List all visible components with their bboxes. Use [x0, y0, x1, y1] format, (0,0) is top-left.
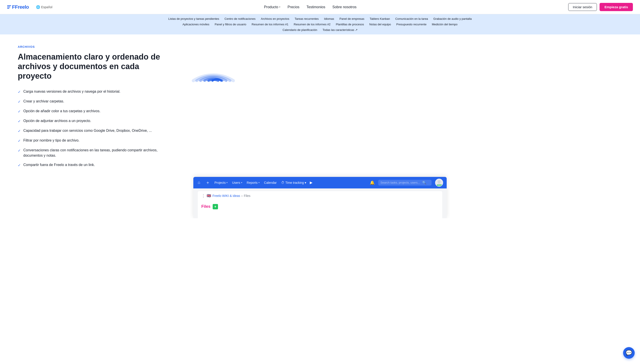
list-item: ✓ Crear y archivar carpetas. — [18, 99, 169, 104]
nav-testimonios[interactable]: Testimonios — [306, 5, 325, 9]
check-icon: ✓ — [18, 148, 21, 153]
add-button[interactable]: ＋ — [205, 179, 211, 186]
chevron-down-icon: ▾ — [305, 181, 306, 184]
feature-nav-item-8[interactable]: Comunicación en la tarea — [394, 16, 429, 21]
feature-nav-item-9[interactable]: Grabación de audio y pantalla — [432, 16, 473, 21]
search-area[interactable]: 🔍 — [378, 180, 432, 186]
globe-icon: 🌐 — [36, 5, 40, 9]
feature-nav-item-1[interactable]: Listas de proyectos y tareas pendientes — [167, 16, 220, 21]
feature-nav-row-3: Calendario de planificación Todas las ca… — [4, 28, 636, 32]
chevron-down-icon: ▾ — [279, 6, 280, 8]
mockup-topbar: ⌂ ＋ Projects ▾ Users ▾ Reports ▾ Calenda… — [193, 177, 447, 188]
feature-nav-item-12[interactable]: Resumen de los informes #1 — [251, 22, 289, 27]
list-item: ✓ Compartir fuera de Freelo a través de … — [18, 162, 169, 168]
header-actions: Iniciar sesión Empieza gratis — [568, 3, 633, 11]
chevron-down-icon: ▾ — [258, 181, 260, 184]
check-icon: ✓ — [18, 109, 21, 114]
time-tracking-nav-item[interactable]: ⏱ Time tracking ▾ — [281, 181, 306, 184]
files-section: Files + — [198, 200, 442, 218]
feature-nav-row-2: Aplicaciones móviles Panel y filtros de … — [4, 22, 636, 27]
section-title: Almacenamiento claro y ordenado de archi… — [18, 52, 169, 81]
feature-nav-item-6[interactable]: Panel de empresas — [339, 16, 365, 21]
feature-nav-item-10[interactable]: Aplicaciones móviles — [182, 22, 210, 27]
list-item: ✓ Carga nuevas versiones de archivos y n… — [18, 89, 169, 95]
chevron-down-icon: ▾ — [241, 181, 242, 184]
main-nav: Producto ▾ Precios Testimonios Sobre nos… — [52, 5, 568, 9]
logo-bars-icon — [7, 5, 11, 9]
check-icon: ✓ — [18, 99, 21, 104]
nav-producto[interactable]: Producto ▾ — [264, 5, 280, 9]
chevron-down-icon: ▾ — [226, 181, 228, 184]
list-item: ✓ Filtrar por nombre y tipo de archivo. — [18, 138, 169, 144]
content-right — [169, 45, 236, 85]
feature-nav-item-13[interactable]: Resumen de los informes #2 — [293, 22, 331, 27]
logo-text: FFreelo — [12, 4, 29, 10]
mockup-nav-group: Projects ▾ Users ▾ Reports ▾ Calendar ⏱ … — [214, 181, 306, 184]
feature-nav-item-14[interactable]: Plantillas de procesos — [335, 22, 365, 27]
feature-nav-row-1: Listas de proyectos y tareas pendientes … — [4, 16, 636, 21]
feature-nav-item-18[interactable]: Calendario de planificación — [282, 28, 318, 32]
section-label: ARCHIVOS — [18, 45, 169, 48]
breadcrumb-project-link[interactable]: Freelo WIKI & ideas — [212, 194, 240, 198]
check-icon: ✓ — [18, 89, 21, 95]
check-icon: ✓ — [18, 138, 21, 144]
login-button[interactable]: Iniciar sesión — [568, 3, 597, 11]
files-add-button[interactable]: + — [213, 204, 218, 209]
list-item: ✓ Conversaciones claras con notificacion… — [18, 148, 169, 158]
feature-nav-item-3[interactable]: Archivos en proyectos — [260, 16, 290, 21]
feature-nav-item-19[interactable]: Todas las características ↗ — [322, 28, 358, 32]
nav-precios[interactable]: Precios — [288, 5, 299, 9]
feature-nav-item-4[interactable]: Tareas recurrentes — [294, 16, 320, 21]
app-mockup: ⌂ ＋ Projects ▾ Users ▾ Reports ▾ Calenda… — [193, 177, 447, 218]
user-avatar[interactable]: TRIAL — [435, 179, 443, 187]
projects-nav-item[interactable]: Projects ▾ — [214, 181, 228, 184]
clock-icon: ⏱ — [281, 181, 284, 184]
feature-nav-item-16[interactable]: Presupuesto recurrente — [395, 22, 427, 27]
context-menu-icon[interactable]: ⋮ — [201, 193, 205, 198]
lang-label: Español — [41, 5, 52, 9]
list-item: ✓ Capacidad para trabajar con servicios … — [18, 128, 169, 134]
feature-nav-item-11[interactable]: Panel y filtros de usuario — [214, 22, 247, 27]
feature-nav-item-5[interactable]: Idiomas — [323, 16, 335, 21]
nav-sobre-nosotros[interactable]: Sobre nosotros — [332, 5, 357, 9]
users-nav-item[interactable]: Users ▾ — [232, 181, 242, 184]
decorative-arcs — [191, 41, 236, 85]
files-title: Files — [201, 204, 210, 209]
check-icon: ✓ — [18, 128, 21, 134]
calendar-nav-item[interactable]: Calendar — [264, 181, 277, 184]
logo-icon[interactable]: FFreelo — [7, 4, 29, 10]
feature-nav-item-15[interactable]: Notas del equipo — [368, 22, 392, 27]
content-left: ARCHIVOS Almacenamiento claro y ordenado… — [18, 45, 169, 168]
start-button[interactable]: Empieza gratis — [600, 3, 633, 11]
home-button[interactable]: ⌂ — [197, 179, 201, 186]
breadcrumb: ⋮ 🇬🇧 Freelo WIKI & ideas › Files — [198, 191, 442, 200]
reports-nav-item[interactable]: Reports ▾ — [247, 181, 260, 184]
search-input[interactable] — [380, 181, 420, 184]
notifications-bell[interactable]: 🔔 — [370, 180, 375, 185]
feature-list: ✓ Carga nuevas versiones de archivos y n… — [18, 89, 169, 168]
feature-nav-item-2[interactable]: Centro de notificaciones — [224, 16, 256, 21]
search-icon[interactable]: 🔍 — [422, 181, 426, 185]
list-item: ✓ Opción de adjuntar archivos a un proye… — [18, 118, 169, 124]
breadcrumb-separator: › — [242, 194, 243, 198]
breadcrumb-current-page: Files — [244, 194, 250, 198]
feature-nav-item-17[interactable]: Medición del tiempo — [431, 22, 458, 27]
logo-area: FFreelo — [7, 4, 29, 10]
flag-icon: 🇬🇧 — [207, 194, 211, 198]
trial-badge: TRIAL — [437, 185, 443, 187]
feature-nav-item-7[interactable]: Tablero Kanban — [369, 16, 391, 21]
svg-point-0 — [438, 180, 441, 183]
play-button[interactable]: ▶ — [310, 180, 312, 185]
check-icon: ✓ — [18, 119, 21, 124]
files-header: Files + — [201, 204, 439, 209]
mockup-wrapper: ⌂ ＋ Projects ▾ Users ▾ Reports ▾ Calenda… — [0, 177, 640, 218]
main-content: ARCHIVOS Almacenamiento claro y ordenado… — [0, 34, 640, 168]
language-selector[interactable]: 🌐 Español — [36, 5, 52, 9]
header: FFreelo 🌐 Español Producto ▾ Precios Tes… — [0, 0, 640, 14]
mockup-body: ⋮ 🇬🇧 Freelo WIKI & ideas › Files Files + — [193, 188, 447, 218]
check-icon: ✓ — [18, 163, 21, 168]
feature-nav: Listas de proyectos y tareas pendientes … — [0, 14, 640, 34]
list-item: ✓ Opción de añadir color a tus carpetas … — [18, 108, 169, 114]
